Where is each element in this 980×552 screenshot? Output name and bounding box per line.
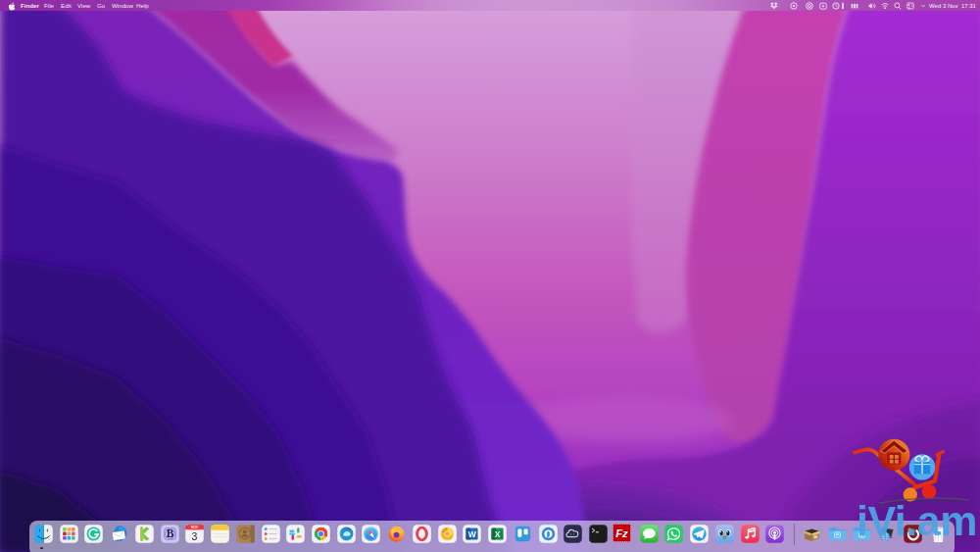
svg-text:Fz: Fz [616, 527, 629, 539]
svg-text:NOV: NOV [191, 526, 199, 529]
svg-text:3: 3 [192, 530, 198, 542]
svg-text:B: B [166, 528, 173, 540]
svg-text:W: W [468, 529, 477, 539]
svg-text:X: X [495, 529, 501, 539]
